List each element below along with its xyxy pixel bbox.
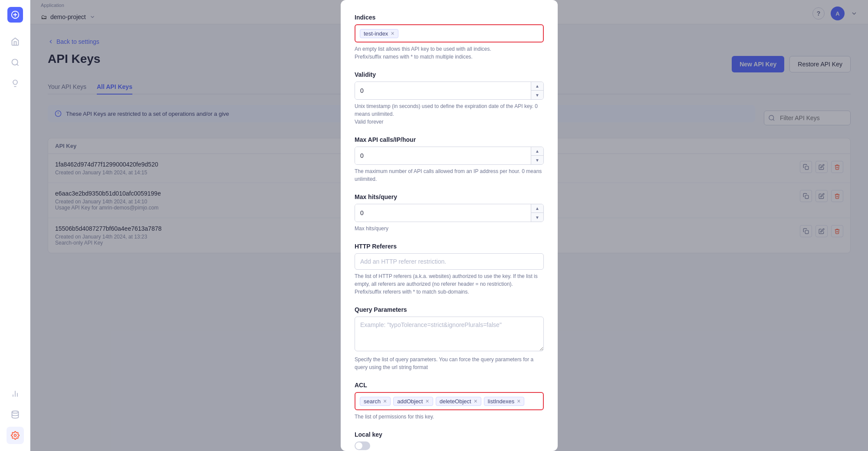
acl-tag-listIndexes-remove[interactable]: × (517, 398, 520, 404)
validity-group: Validity ▲ ▼ Unix timestamp (in seconds)… (355, 71, 544, 126)
sidebar-icon-search[interactable] (7, 54, 24, 71)
validity-input[interactable] (355, 82, 531, 99)
sidebar-nav (7, 33, 24, 385)
acl-label: ACL (355, 382, 544, 389)
max-hits-increment[interactable]: ▲ (531, 204, 543, 213)
validity-decrement[interactable]: ▼ (531, 91, 543, 99)
max-api-calls-input[interactable] (355, 147, 531, 164)
max-api-calls-label: Max API calls/IP/hour (355, 136, 544, 143)
indices-hint: An empty list allows this API key to be … (355, 45, 544, 61)
app-logo[interactable] (7, 7, 23, 23)
max-hits-decrement[interactable]: ▼ (531, 213, 543, 222)
query-parameters-group: Query Parameters Specify the list of que… (355, 306, 544, 371)
sidebar-icon-chart[interactable] (7, 385, 24, 402)
main-area: Application 🗂 demo-project ? A Back to s… (30, 0, 868, 451)
max-hits-label: Max hits/query (355, 193, 544, 200)
local-key-label: Local key (355, 431, 544, 438)
max-hits-group: Max hits/query ▲ ▼ Max hits/query (355, 193, 544, 232)
acl-tag-addObject-remove[interactable]: × (425, 398, 429, 404)
max-hits-spinners: ▲ ▼ (531, 204, 543, 222)
validity-spinners: ▲ ▼ (531, 82, 543, 99)
acl-tag-deleteObject: deleteObject × (436, 397, 481, 406)
indices-tag-test-index: test-index × (360, 29, 398, 38)
acl-tag-search: search × (360, 397, 391, 406)
acl-tag-search-remove[interactable]: × (383, 398, 387, 404)
sidebar-icon-settings[interactable] (7, 427, 24, 444)
max-hits-input[interactable] (355, 204, 531, 222)
modal-overlay: Indices test-index × An empty list allow… (30, 0, 868, 451)
acl-tag-listIndexes: listIndexes × (484, 397, 525, 406)
indices-group: Indices test-index × An empty list allow… (355, 14, 544, 61)
acl-hint: The list of permissions for this key. (355, 413, 544, 421)
indices-tags-input[interactable]: test-index × (355, 24, 544, 42)
query-parameters-hint: Specify the list of query parameters. Yo… (355, 356, 544, 371)
http-referers-group: HTTP Referers The list of HTTP referers … (355, 243, 544, 296)
sidebar (0, 0, 30, 451)
svg-point-7 (14, 435, 16, 437)
max-hits-input-wrap: ▲ ▼ (355, 204, 544, 222)
modal-dialog: Indices test-index × An empty list allow… (341, 0, 558, 451)
max-api-calls-decrement[interactable]: ▼ (531, 156, 543, 164)
max-api-calls-input-wrap: ▲ ▼ (355, 147, 544, 165)
local-key-toggle[interactable] (355, 441, 370, 450)
query-parameters-input[interactable] (355, 317, 544, 351)
validity-increment[interactable]: ▲ (531, 82, 543, 91)
svg-point-1 (12, 59, 17, 65)
http-referers-hint: The list of HTTP referers (a.k.a. websit… (355, 272, 544, 296)
sidebar-icon-home[interactable] (7, 33, 24, 50)
indices-tag-remove[interactable]: × (391, 30, 394, 36)
validity-hint: Unix timestamp (in seconds) used to defi… (355, 102, 544, 126)
validity-label: Validity (355, 71, 544, 78)
http-referers-input[interactable] (355, 253, 544, 270)
sidebar-icon-db[interactable] (7, 406, 24, 423)
max-api-calls-hint: The maximum number of API calls allowed … (355, 167, 544, 183)
http-referers-label: HTTP Referers (355, 243, 544, 250)
max-api-calls-spinners: ▲ ▼ (531, 147, 543, 164)
sidebar-bottom (7, 385, 24, 444)
svg-line-2 (16, 64, 18, 66)
local-key-group: Local key Local keys are permanently att… (355, 431, 544, 451)
acl-tags-input[interactable]: search × addObject × deleteObject × list… (355, 392, 544, 410)
max-api-calls-group: Max API calls/IP/hour ▲ ▼ The maximum nu… (355, 136, 544, 183)
validity-input-wrap: ▲ ▼ (355, 82, 544, 100)
acl-tag-deleteObject-remove[interactable]: × (474, 398, 477, 404)
acl-tag-addObject: addObject × (393, 397, 433, 406)
acl-group: ACL search × addObject × deleteObject × (355, 382, 544, 421)
max-api-calls-increment[interactable]: ▲ (531, 147, 543, 156)
svg-point-6 (12, 411, 18, 413)
indices-label: Indices (355, 14, 544, 21)
max-hits-hint: Max hits/query (355, 225, 544, 232)
sidebar-icon-bulb[interactable] (7, 75, 24, 92)
query-parameters-label: Query Parameters (355, 306, 544, 313)
local-key-toggle-wrap (355, 441, 544, 450)
